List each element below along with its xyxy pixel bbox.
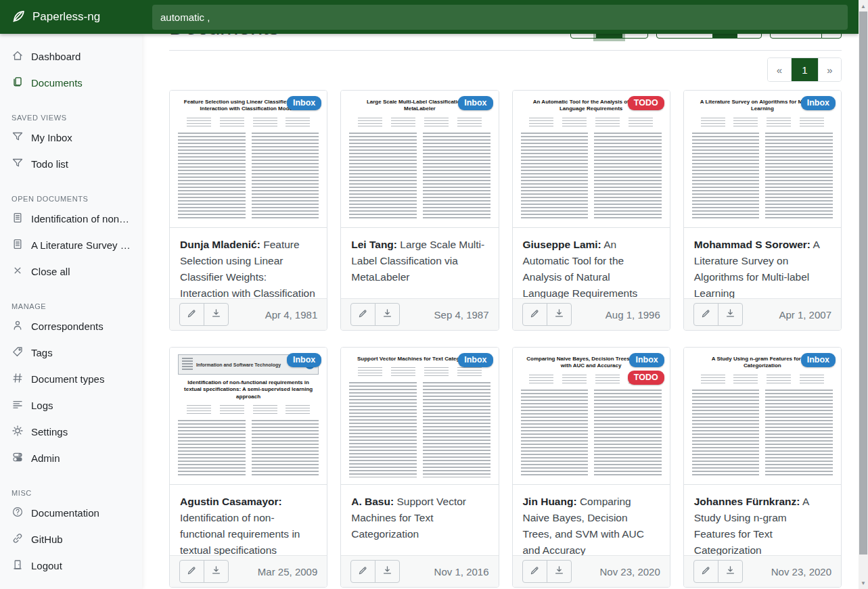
card-tags: Inbox bbox=[458, 353, 493, 367]
sidebar-item-open-document[interactable]: A Literature Survey on ... bbox=[0, 232, 142, 258]
sidebar-item-settings[interactable]: Settings bbox=[0, 419, 142, 445]
tag-badge[interactable]: Inbox bbox=[629, 353, 664, 367]
document-page-icon bbox=[12, 238, 24, 252]
edit-button[interactable] bbox=[179, 560, 204, 583]
sidebar-item-open-document[interactable]: Identification of non-fu... bbox=[0, 206, 142, 232]
pagination-next[interactable]: » bbox=[818, 58, 841, 81]
sidebar-item-dashboard[interactable]: Dashboard bbox=[0, 43, 142, 70]
sidebar-item-todo-list[interactable]: Todo list bbox=[0, 151, 142, 177]
document-title-link[interactable]: Jin Huang: Comparing Naive Bayes, Decisi… bbox=[513, 485, 670, 555]
documents-grid: Inbox Feature Selection using Linear Cla… bbox=[169, 90, 842, 588]
download-icon bbox=[553, 565, 565, 578]
tag-badge[interactable]: Inbox bbox=[287, 96, 321, 110]
sidebar-item-logout[interactable]: Logout bbox=[0, 552, 142, 579]
edit-button[interactable] bbox=[350, 303, 375, 326]
feather-logo-icon bbox=[11, 8, 26, 26]
page-scrollbar[interactable]: ▲ ▼ bbox=[859, 0, 868, 589]
download-button[interactable] bbox=[547, 560, 572, 583]
card-actions bbox=[350, 303, 400, 326]
scrollbar-up-arrow[interactable]: ▲ bbox=[859, 1, 868, 11]
tag-badge[interactable]: Inbox bbox=[458, 96, 493, 110]
sidebar: Dashboard Documents SAVED VIEWS My Inbox… bbox=[0, 34, 142, 589]
document-card: Inbox Feature Selection using Linear Cla… bbox=[169, 90, 327, 331]
app-brand[interactable]: Paperless-ng bbox=[0, 8, 142, 26]
brand-name: Paperless-ng bbox=[32, 10, 100, 24]
edit-button[interactable] bbox=[693, 303, 718, 326]
scrollbar-thumb[interactable] bbox=[859, 11, 867, 555]
document-title-link[interactable]: Giuseppe Lami: An Automatic Tool for the… bbox=[513, 228, 670, 298]
document-title-link[interactable]: Mohammad S Sorower: A Literature Survey … bbox=[684, 228, 841, 298]
filter-funnel-icon bbox=[12, 131, 24, 145]
card-footer: Apr 4, 1981 bbox=[170, 298, 327, 330]
sidebar-heading-manage: MANAGE bbox=[0, 298, 142, 313]
pencil-icon bbox=[357, 308, 369, 321]
tag-badge[interactable]: Inbox bbox=[458, 353, 493, 367]
edit-button[interactable] bbox=[350, 560, 375, 583]
sidebar-item-correspondents[interactable]: Correspondents bbox=[0, 313, 142, 339]
sidebar-item-label: Todo list bbox=[31, 158, 68, 170]
thumbnail-text-columns bbox=[349, 133, 490, 220]
tag-badge[interactable]: Inbox bbox=[287, 353, 321, 367]
sidebar-item-tags[interactable]: Tags bbox=[0, 339, 142, 366]
thumbnail-authors bbox=[525, 118, 658, 127]
download-button[interactable] bbox=[375, 303, 400, 326]
document-correspondent: Mohammad S Sorower: bbox=[694, 239, 810, 250]
pagination-previous[interactable]: « bbox=[768, 58, 791, 81]
sidebar-item-label: Dashboard bbox=[31, 51, 81, 62]
document-thumbnail[interactable]: Information and Software Technology Iden… bbox=[170, 348, 327, 485]
document-thumbnail[interactable]: Large Scale Multi-Label Classification v… bbox=[341, 91, 498, 228]
search-input[interactable] bbox=[152, 5, 848, 30]
sidebar-heading-saved-views: SAVED VIEWS bbox=[0, 110, 142, 124]
thumbnail-authors bbox=[182, 405, 315, 415]
edit-button[interactable] bbox=[179, 303, 204, 326]
edit-button[interactable] bbox=[522, 303, 547, 326]
tag-badge[interactable]: TODO bbox=[628, 96, 664, 110]
sidebar-item-label: Documentation bbox=[31, 507, 99, 519]
document-thumbnail[interactable]: Feature Selection using Linear Classifie… bbox=[170, 91, 327, 228]
app-header: Paperless-ng bbox=[0, 0, 859, 34]
document-title-link[interactable]: Lei Tang: Large Scale Multi-Label Classi… bbox=[341, 228, 498, 298]
tag-badge[interactable]: TODO bbox=[628, 371, 664, 385]
sidebar-item-label: My Inbox bbox=[31, 132, 72, 143]
document-title-link[interactable]: Agustin Casamayor: Identification of non… bbox=[170, 485, 327, 555]
sidebar-item-my-inbox[interactable]: My Inbox bbox=[0, 124, 142, 151]
divider bbox=[169, 50, 842, 51]
sidebar-item-label: Documents bbox=[31, 77, 83, 89]
scrollbar-down-arrow[interactable]: ▼ bbox=[859, 578, 868, 588]
sidebar-item-documentation[interactable]: Documentation bbox=[0, 500, 142, 526]
sidebar-item-document-types[interactable]: Document types bbox=[0, 366, 142, 392]
download-button[interactable] bbox=[718, 303, 743, 326]
sidebar-item-close-all[interactable]: Close all bbox=[0, 258, 142, 285]
tag-badge[interactable]: Inbox bbox=[801, 96, 836, 110]
card-footer: Nov 23, 2020 bbox=[684, 555, 841, 587]
download-button[interactable] bbox=[547, 303, 572, 326]
download-button[interactable] bbox=[375, 560, 400, 583]
document-thumbnail[interactable]: Support Vector Machines for Text Categor… bbox=[341, 348, 498, 485]
sidebar-item-documents[interactable]: Documents bbox=[0, 70, 142, 96]
card-actions bbox=[522, 303, 572, 326]
edit-button[interactable] bbox=[522, 560, 547, 583]
sidebar-item-github[interactable]: GitHub bbox=[0, 526, 142, 552]
sidebar-item-logs[interactable]: Logs bbox=[0, 392, 142, 419]
download-button[interactable] bbox=[718, 560, 743, 583]
tag-badge[interactable]: Inbox bbox=[801, 353, 836, 367]
document-thumbnail[interactable]: An Automatic Tool for the Analysis of Na… bbox=[513, 91, 670, 228]
download-button[interactable] bbox=[204, 560, 229, 583]
pagination: « 1 » bbox=[767, 57, 842, 82]
edit-button[interactable] bbox=[693, 560, 718, 583]
document-title-link[interactable]: Dunja Mladenić: Feature Selection using … bbox=[170, 228, 327, 298]
sidebar-item-admin[interactable]: Admin bbox=[0, 445, 142, 471]
sidebar-heading-open-documents: OPEN DOCUMENTS bbox=[0, 191, 142, 206]
sidebar-item-label: GitHub bbox=[31, 534, 63, 545]
hash-icon bbox=[12, 372, 24, 386]
download-button[interactable] bbox=[204, 303, 229, 326]
document-title-text: Identification of non-functional require… bbox=[180, 512, 300, 555]
document-thumbnail[interactable]: A Study Using n-gram Features for Text C… bbox=[684, 348, 841, 485]
thumbnail-authors bbox=[696, 375, 829, 384]
pagination-page-1[interactable]: 1 bbox=[791, 58, 818, 81]
download-icon bbox=[210, 565, 222, 578]
card-tags: Inbox bbox=[287, 353, 321, 367]
document-title-link[interactable]: Johannes Fürnkranz: A Study Using n-gram… bbox=[684, 485, 841, 555]
document-thumbnail[interactable]: A Literature Survey on Algorithms for Mu… bbox=[684, 91, 841, 228]
document-title-link[interactable]: A. Basu: Support Vector Machines for Tex… bbox=[341, 485, 498, 555]
